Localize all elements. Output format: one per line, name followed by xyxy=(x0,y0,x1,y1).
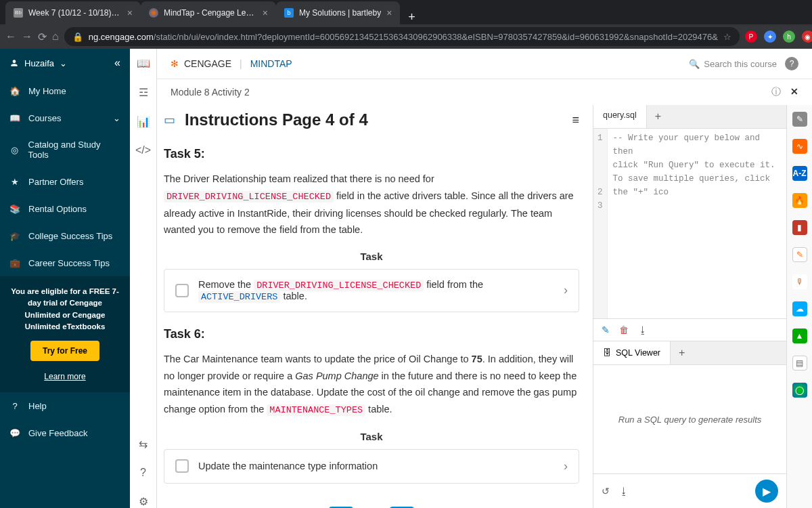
sidebar-item-courses[interactable]: 📖Courses⌄ xyxy=(0,104,130,131)
help-icon[interactable]: ? xyxy=(140,467,146,479)
sidebar-item-label: College Success Tips xyxy=(28,231,112,241)
close-icon[interactable]: × xyxy=(386,7,392,18)
collapse-sidebar-button[interactable]: « xyxy=(114,57,120,69)
close-icon[interactable]: ✕ xyxy=(790,86,798,98)
sql-editor[interactable]: 1 23 -- Write your query below and then … xyxy=(593,129,786,318)
brand-cengage: CENGAGE xyxy=(184,58,231,69)
highlight-icon[interactable]: ✎ xyxy=(792,247,807,262)
notes-icon[interactable]: ▤ xyxy=(792,356,807,371)
promo-banner: You are eligible for a FREE 7-day trial … xyxy=(0,276,130,392)
reload-button[interactable]: ⟳ xyxy=(38,30,47,43)
list-icon[interactable]: ☲ xyxy=(139,86,148,99)
globe-icon[interactable]: ◯ xyxy=(792,383,807,398)
chart-icon[interactable]: 📊 xyxy=(137,115,150,128)
drive-icon[interactable]: ▲ xyxy=(792,329,807,343)
rss-icon[interactable]: ∿ xyxy=(792,139,807,154)
task-heading: Task 6: xyxy=(164,327,579,341)
home-button[interactable]: ⌂ xyxy=(52,30,59,43)
share-icon[interactable]: ⇆ xyxy=(139,438,148,450)
sidebar-item-label: Partner Offers xyxy=(28,177,83,187)
checkbox[interactable] xyxy=(175,284,189,297)
task-item[interactable]: Remove the DRIVER_DRIVING_LICENSE_CHECKE… xyxy=(164,269,579,312)
sql-results: Run a SQL query to generate results xyxy=(593,365,786,473)
history-icon[interactable]: ↺ xyxy=(602,486,610,496)
task-item[interactable]: Update the maintenance type information … xyxy=(164,449,579,484)
sidebar-item-partner-offers[interactable]: ★Partner Offers xyxy=(0,168,130,195)
info-icon[interactable]: ⓘ xyxy=(771,86,781,98)
forward-button[interactable]: → xyxy=(22,30,32,43)
browser-tab[interactable]: Bb Week 7 (10/12 - 10/18) – UML D × xyxy=(5,1,141,24)
search-placeholder: Search this course xyxy=(704,59,777,69)
flame-icon[interactable]: 🔥 xyxy=(792,193,807,208)
sidebar-item-career-tips[interactable]: 💼Career Success Tips xyxy=(0,249,130,276)
instructions-panel: ▭ Instructions Page 4 of 4 ≡ Task 5: The… xyxy=(157,105,593,508)
sidebar-item-feedback[interactable]: 💬Give Feedback xyxy=(0,419,130,446)
back-button[interactable]: ← xyxy=(5,30,16,43)
code-token: ACTIVE_DRIVERS xyxy=(198,291,280,303)
line-gutter: 1 23 xyxy=(593,129,608,318)
sidebar-item-label: My Home xyxy=(28,86,66,96)
sidebar-item-label: Catalog and Study Tools xyxy=(28,140,120,160)
az-icon[interactable]: A-Z xyxy=(792,166,807,181)
sidebar-item-label: Help xyxy=(28,401,47,411)
code-token: MAINTENANCE_TYPES xyxy=(267,404,365,416)
browser-tab[interactable]: b My Solutions | bartleby × xyxy=(276,1,400,24)
new-tab-button[interactable]: + xyxy=(400,10,424,24)
record-icon[interactable]: ◉ xyxy=(802,30,812,43)
address-bar[interactable]: 🔒 ng.cengage.com/static/nb/ui/evo/index.… xyxy=(64,27,740,46)
browser-tab[interactable]: MindTap - Cengage Learning × xyxy=(141,1,276,24)
tab-favicon: b xyxy=(284,8,294,18)
sidebar-item-label: Career Success Tips xyxy=(28,258,110,268)
results-toolbar: ↺ ⭳ ▶ xyxy=(593,473,786,508)
results-placeholder: Run a SQL query to generate results xyxy=(618,415,762,425)
close-icon[interactable]: × xyxy=(263,7,268,18)
profile-avatar[interactable]: h xyxy=(783,30,795,43)
star-icon[interactable]: ☆ xyxy=(723,32,731,42)
help-icon[interactable]: ? xyxy=(785,57,798,70)
sidebar-item-help[interactable]: ?Help xyxy=(0,392,130,419)
run-query-button[interactable]: ▶ xyxy=(755,480,778,503)
book-icon[interactable]: ▮ xyxy=(792,220,807,235)
edit-icon[interactable]: ✎ xyxy=(602,324,610,335)
help-icon: ? xyxy=(9,400,20,411)
sidebar-item-catalog[interactable]: ◎Catalog and Study Tools xyxy=(0,131,130,168)
close-icon[interactable]: × xyxy=(127,7,133,18)
trash-icon[interactable]: 🗑 xyxy=(619,324,629,335)
cloud-icon[interactable]: ☁ xyxy=(792,301,807,316)
book-open-icon[interactable]: 📖 xyxy=(137,57,150,70)
add-tab-button[interactable]: + xyxy=(647,105,669,128)
task-description: The Car Maintenance team wants to update… xyxy=(164,351,579,419)
pencil-icon[interactable]: ✎ xyxy=(792,112,807,127)
search-course[interactable]: 🔍 Search this course xyxy=(689,59,777,69)
code-icon[interactable]: </> xyxy=(135,144,151,156)
audio-icon[interactable]: 🎙 xyxy=(792,274,807,289)
download-icon[interactable]: ⭳ xyxy=(619,486,629,496)
user-menu[interactable]: Huzaifa ⌄ xyxy=(9,58,67,68)
task-5: Task 5: The Driver Relationship team rea… xyxy=(164,147,579,312)
extensions-icon[interactable]: ✦ xyxy=(764,30,776,43)
try-for-free-button[interactable]: Try for Free xyxy=(30,341,99,361)
menu-icon[interactable]: ≡ xyxy=(572,113,579,127)
tab-favicon xyxy=(149,8,158,18)
compass-icon: ◎ xyxy=(9,144,20,155)
browser-toolbar: ← → ⟳ ⌂ 🔒 ng.cengage.com/static/nb/ui/ev… xyxy=(0,24,812,49)
settings-icon[interactable]: ⚙ xyxy=(139,495,148,508)
checkbox[interactable] xyxy=(175,459,189,473)
learn-more-link[interactable]: Learn more xyxy=(9,371,120,383)
sidebar-item-college-tips[interactable]: 🎓College Success Tips xyxy=(0,222,130,249)
viewer-tab[interactable]: 🗄SQL Viewer xyxy=(593,341,671,364)
code-token: DRIVER_DRIVING_LICENSE_CHECKED xyxy=(164,191,334,203)
task-text: Update the maintenance type information xyxy=(198,461,554,471)
promo-text: You are eligible for a FREE 7-day trial … xyxy=(9,286,120,333)
add-viewer-tab-button[interactable]: + xyxy=(671,341,693,364)
breadcrumb: Module 8 Activity 2 ⓘ ✕ xyxy=(157,79,812,105)
editor-tabs: query.sql + xyxy=(593,105,786,129)
download-icon[interactable]: ⭳ xyxy=(638,324,648,335)
sidebar-item-my-home[interactable]: 🏠My Home xyxy=(0,77,130,104)
sidebar-item-rental[interactable]: 📚Rental Options xyxy=(0,195,130,222)
editor-tab[interactable]: query.sql xyxy=(593,105,647,128)
pinterest-icon[interactable]: P xyxy=(745,30,757,43)
editor-content[interactable]: -- Write your query below and then click… xyxy=(608,129,786,318)
tab-title: My Solutions | bartleby xyxy=(299,8,381,18)
extension-icons: P ✦ h ◉ xyxy=(745,30,812,43)
